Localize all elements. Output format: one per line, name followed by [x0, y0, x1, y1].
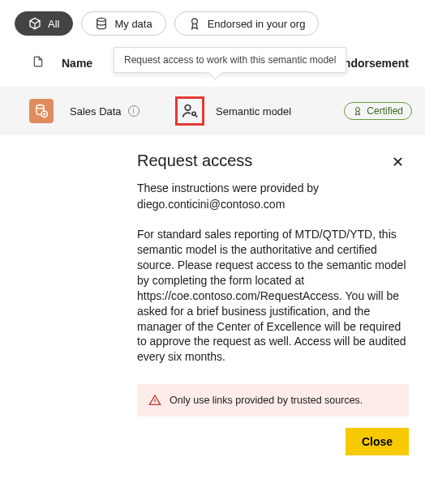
svg-point-2: [36, 105, 44, 109]
row-name-text: Sales Data: [70, 105, 122, 117]
filter-all[interactable]: All: [15, 11, 73, 36]
row-name-cell: Sales Data i: [70, 105, 175, 117]
filter-all-label: All: [48, 18, 59, 30]
request-access-dialog: Request access ✕ These instructions were…: [137, 148, 417, 467]
filter-endorsed[interactable]: Endorsed in your org: [174, 11, 320, 36]
svg-point-5: [192, 112, 195, 115]
table-row[interactable]: Sales Data i Semantic model Certified: [0, 87, 425, 135]
dialog-intro: These instructions were provided by dieg…: [137, 181, 409, 212]
warning-icon: [148, 394, 161, 407]
svg-point-1: [191, 19, 197, 24]
warning-banner: Only use links provided by trusted sourc…: [137, 384, 409, 416]
filter-mydata[interactable]: My data: [81, 11, 165, 36]
close-icon[interactable]: ✕: [387, 152, 409, 173]
svg-point-4: [185, 105, 191, 111]
filter-endorsed-label: Endorsed in your org: [208, 18, 306, 30]
warning-text: Only use links provided by trusted sourc…: [170, 395, 363, 406]
close-button[interactable]: Close: [346, 428, 409, 455]
cube-icon: [28, 17, 41, 30]
column-endorsement[interactable]: Endorsement: [337, 57, 417, 70]
filter-mydata-label: My data: [114, 18, 152, 30]
award-icon: [353, 106, 363, 116]
request-access-tooltip: Request access to work with this semanti…: [114, 47, 346, 73]
svg-point-6: [356, 108, 360, 112]
database-icon: [95, 17, 108, 30]
person-key-icon: [182, 103, 198, 119]
svg-point-0: [97, 18, 106, 21]
row-type-text: Semantic model: [216, 105, 313, 117]
dialog-body: For standard sales reporting of MTD/QTD/…: [137, 227, 409, 365]
request-access-button[interactable]: [175, 96, 204, 126]
info-icon[interactable]: i: [128, 105, 140, 117]
tooltip-text: Request access to work with this semanti…: [124, 54, 336, 66]
certified-badge: Certified: [344, 102, 412, 120]
dialog-title: Request access: [137, 152, 252, 170]
ribbon-icon: [188, 17, 201, 30]
column-icon-placeholder: [32, 55, 62, 70]
filter-bar: All My data Endorsed in your org: [0, 0, 425, 42]
document-icon: [32, 55, 44, 68]
columns-header: Name Endorsement Request access to work …: [0, 42, 425, 87]
badge-text: Certified: [367, 105, 403, 117]
dataset-icon: [29, 99, 54, 123]
